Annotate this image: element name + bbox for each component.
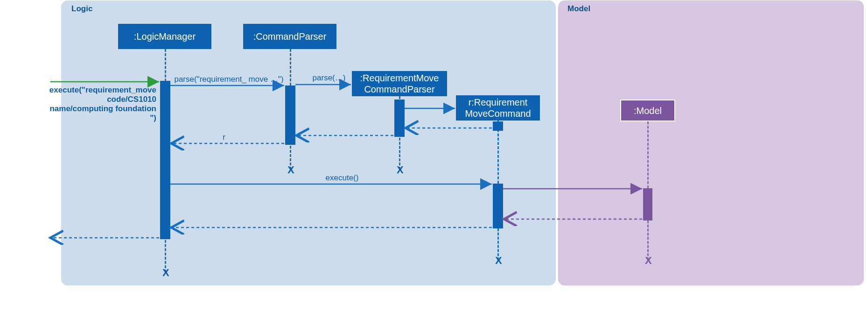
activation-logicmanager <box>160 81 170 239</box>
msg-execute: execute() <box>321 173 363 183</box>
lifeline-rmp-label: :RequirementMoveCommandParser <box>360 72 439 95</box>
frame-model-label: Model <box>567 4 590 14</box>
msg-return-r: r <box>217 133 231 142</box>
lifeline-commandparser: :CommandParser <box>243 24 336 49</box>
frame-logic-label: Logic <box>71 4 92 14</box>
destroy-reqmovecmd: X <box>495 255 502 267</box>
lifeline-commandparser-label: :CommandParser <box>253 31 327 42</box>
lifeline-model: :Model <box>620 100 675 121</box>
activation-commandparser <box>285 85 295 145</box>
lifeline-requirement-movecommand: r:RequirementMoveCommand <box>456 95 540 121</box>
lifeline-dash-model-top <box>647 121 649 188</box>
destroy-commandparser: X <box>287 164 294 176</box>
lifeline-requirementmove-commandparser: :RequirementMoveCommandParser <box>352 71 447 96</box>
msg-parse2: parse(…) <box>308 73 350 83</box>
activation-reqmoveparser <box>394 100 405 137</box>
lifeline-rmc-label: r:RequirementMoveCommand <box>465 97 531 119</box>
destroy-logicmanager: X <box>162 267 169 279</box>
msg-execute-entry: execute("requirement_movecode/CS1010name… <box>42 85 156 123</box>
destroy-reqmoveparser: X <box>397 164 404 176</box>
msg-parse1: parse("requirement_ move …") <box>174 75 284 84</box>
lifeline-model-label: :Model <box>634 105 662 116</box>
lifeline-logicmanager-label: :LogicManager <box>134 31 196 42</box>
activation-reqmovecmd-2 <box>493 184 503 228</box>
frame-model: Model <box>558 0 864 285</box>
lifeline-logicmanager: :LogicManager <box>118 24 211 49</box>
activation-reqmovecmd-1 <box>493 121 503 131</box>
diagram-canvas: Logic Model :LogicManager :CommandParser… <box>0 0 868 313</box>
activation-model <box>643 188 652 221</box>
destroy-model: X <box>645 255 652 267</box>
